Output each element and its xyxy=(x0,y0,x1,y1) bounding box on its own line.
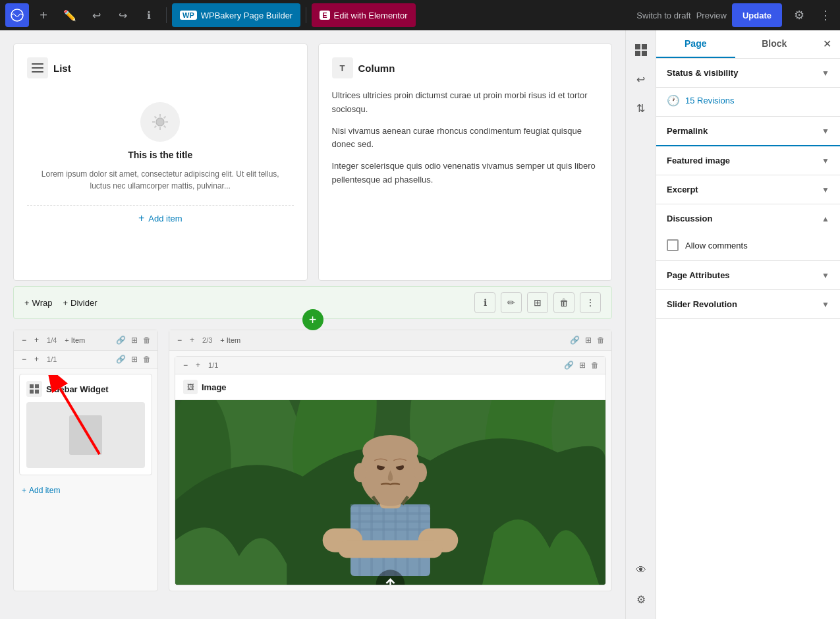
column-block: T Column Ultrices ultricies proin dictum… xyxy=(318,44,613,281)
inner-delete-btn[interactable]: 🗑 xyxy=(142,353,152,365)
status-visibility-arrow: ▼ xyxy=(822,69,829,78)
undo-tool-button[interactable]: ↩ xyxy=(629,67,653,91)
pen-button[interactable]: ✏️ xyxy=(58,3,82,27)
preview-button[interactable]: Preview xyxy=(696,11,727,20)
allow-comments-checkbox[interactable] xyxy=(667,239,679,251)
left-col-delete-btn[interactable]: 🗑 xyxy=(142,334,152,346)
left-col-copy-btn[interactable]: ⊞ xyxy=(130,334,139,346)
revisions-link[interactable]: 15 Revisions xyxy=(685,96,734,105)
slider-revolution-header[interactable]: Slider Revolution ▼ xyxy=(656,290,840,318)
list-block-title: List xyxy=(53,63,71,74)
right-sidebar: Page Block ✕ Status & visibility ▼ 🕐 15 … xyxy=(656,30,840,619)
tab-page[interactable]: Page xyxy=(656,30,735,58)
permalink-section: Permalink ▼ xyxy=(656,117,840,146)
divider-plus-icon: + xyxy=(63,298,68,308)
svg-point-4 xyxy=(156,118,164,126)
gear-tool-button[interactable]: ⚙ xyxy=(629,587,653,611)
excerpt-header[interactable]: Excerpt ▼ xyxy=(656,175,840,204)
mid-column: − + 2/3 + Item 🔗 ⊞ 🗑 − xyxy=(169,330,612,591)
mid-inner-plus[interactable]: + xyxy=(193,359,203,371)
sidebar-close-button[interactable]: ✕ xyxy=(814,30,840,57)
inner-col-actions: 🔗 ⊞ 🗑 xyxy=(115,353,152,365)
settings-button[interactable]: ⚙ xyxy=(787,3,811,27)
undo-button[interactable]: ↩ xyxy=(84,3,108,27)
column-block-title: Column xyxy=(358,63,395,74)
left-col-plus[interactable]: + xyxy=(32,334,42,346)
add-item-row[interactable]: + Add item xyxy=(27,205,294,231)
mid-col-plus[interactable]: + xyxy=(187,334,197,346)
sidebar-tabs: Page Block ✕ xyxy=(656,30,840,59)
swap-tool-button[interactable]: ⇅ xyxy=(629,96,653,120)
featured-image-header[interactable]: Featured image ▼ xyxy=(656,146,840,175)
permalink-header[interactable]: Permalink ▼ xyxy=(656,117,840,145)
svg-rect-2 xyxy=(32,67,43,69)
add-button[interactable]: + xyxy=(32,3,55,27)
mid-col-copy-btn[interactable]: ⊞ xyxy=(584,334,593,346)
discussion-header[interactable]: Discussion ▲ xyxy=(656,204,840,233)
inner-copy-btn[interactable]: ⊞ xyxy=(130,353,139,365)
update-button[interactable]: Update xyxy=(732,3,782,27)
left-col-link-btn[interactable]: 🔗 xyxy=(115,334,127,346)
left-col-actions: 🔗 ⊞ 🗑 xyxy=(115,334,152,346)
mid-inner-copy-btn[interactable]: ⊞ xyxy=(578,359,587,371)
discussion-arrow: ▲ xyxy=(822,214,829,223)
mid-inner-link-btn[interactable]: 🔗 xyxy=(563,359,575,371)
svg-rect-33 xyxy=(382,504,385,576)
mid-col-delete-btn[interactable]: 🗑 xyxy=(596,334,606,346)
image-icon: 🖼 xyxy=(183,380,198,394)
left-col-item-button[interactable]: + Item xyxy=(65,336,85,344)
wpbakery-button[interactable]: WP WPBakery Page Builder xyxy=(172,3,300,27)
svg-rect-3 xyxy=(32,71,43,73)
page-attributes-header[interactable]: Page Attributes ▼ xyxy=(656,261,840,289)
svg-rect-34 xyxy=(395,504,397,576)
mid-inner-toolbar: − + 1/1 🔗 ⊞ 🗑 xyxy=(175,357,605,374)
svg-rect-53 xyxy=(635,51,640,56)
inner-plus[interactable]: + xyxy=(32,353,42,365)
mid-inner-block: − + 1/1 🔗 ⊞ 🗑 🖼 Image xyxy=(175,356,606,585)
add-item-label: Add item xyxy=(148,214,182,223)
list-item-text: Lorem ipsum dolor sit amet, consectetur … xyxy=(40,168,281,192)
info-button[interactable]: ℹ xyxy=(137,3,161,27)
svg-line-18 xyxy=(60,388,99,454)
elementor-button[interactable]: E Edit with Elementor xyxy=(312,3,415,27)
permalink-arrow: ▼ xyxy=(822,127,829,136)
svg-rect-1 xyxy=(32,63,43,65)
copy-tool-button[interactable]: ⊞ xyxy=(527,292,548,313)
slider-revolution-arrow: ▼ xyxy=(822,300,829,309)
info-tool-button[interactable]: ℹ xyxy=(474,292,495,313)
add-block-button[interactable]: + xyxy=(302,309,323,330)
svg-point-0 xyxy=(11,9,23,21)
inner-minus[interactable]: − xyxy=(19,353,29,365)
delete-tool-button[interactable]: 🗑 xyxy=(553,292,574,313)
page-attributes-section: Page Attributes ▼ xyxy=(656,261,840,290)
mid-col-plus-item-icon: + xyxy=(220,336,224,344)
wordpress-logo[interactable] xyxy=(5,3,29,27)
mid-inner-delete-btn[interactable]: 🗑 xyxy=(590,359,600,371)
left-col-add-item[interactable]: + Add item xyxy=(14,481,157,500)
toolbar-actions: ℹ ✏ ⊞ 🗑 ⋮ xyxy=(474,292,601,313)
inner-link-btn[interactable]: 🔗 xyxy=(115,353,127,365)
brush-tool-button[interactable]: ✏ xyxy=(501,292,522,313)
more-options-button[interactable]: ⋮ xyxy=(816,6,835,24)
status-visibility-section: Status & visibility ▼ xyxy=(656,59,840,88)
left-col-minus[interactable]: − xyxy=(19,334,29,346)
more-tool-button[interactable]: ⋮ xyxy=(580,292,601,313)
status-visibility-header[interactable]: Status & visibility ▼ xyxy=(656,59,840,87)
add-divider-button[interactable]: + Divider xyxy=(63,298,97,308)
mid-col-minus[interactable]: − xyxy=(175,334,184,346)
mid-col-fraction: 2/3 xyxy=(202,336,212,344)
list-block-header: List xyxy=(27,57,294,78)
svg-rect-39 xyxy=(339,541,442,558)
svg-rect-54 xyxy=(642,51,647,56)
switch-draft-button[interactable]: Switch to draft xyxy=(636,11,690,20)
redo-button[interactable]: ↪ xyxy=(111,3,134,27)
mid-col-link-btn[interactable]: 🔗 xyxy=(569,334,581,346)
main-layout: List xyxy=(0,30,840,619)
mid-col-item-button[interactable]: + Item xyxy=(220,336,240,344)
svg-rect-32 xyxy=(370,504,373,576)
grid-tool-button[interactable] xyxy=(629,38,653,62)
mid-inner-minus[interactable]: − xyxy=(181,359,190,371)
tab-block[interactable]: Block xyxy=(735,30,814,58)
add-wrap-button[interactable]: + Wrap xyxy=(24,298,52,308)
eye-tool-button[interactable]: 👁 xyxy=(629,558,653,582)
